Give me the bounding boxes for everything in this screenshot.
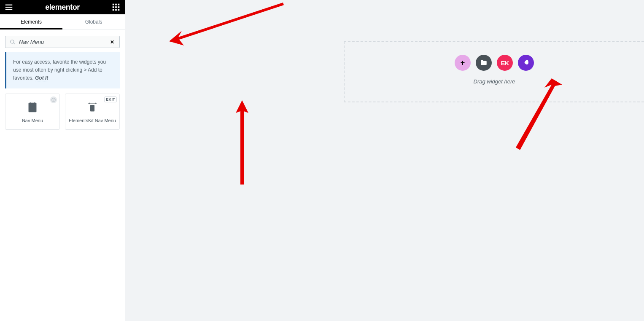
widget-panel: elementor Elements Globals ✕ For easy ac… [0,0,125,321]
svg-rect-13 [29,103,36,112]
widget-search-input[interactable] [19,39,106,45]
editor-canvas: + EK Drag widget here [125,0,644,321]
add-section-buttons: + EK [455,55,534,71]
svg-rect-2 [5,9,13,10]
search-icon [10,39,16,45]
svg-rect-7 [115,6,117,8]
folder-icon [480,59,488,67]
svg-rect-6 [113,6,114,8]
tip-text: For easy access, favorite the widgets yo… [13,59,106,81]
widget-grid: Nav Menu EKIT ElementsKit Nav Menu [0,94,125,130]
brand-logo: elementor [45,3,80,12]
svg-rect-0 [5,5,13,5]
envato-icon [522,59,530,67]
annotation-arrow-icon [169,0,287,45]
pro-badge-icon [50,96,57,103]
svg-rect-11 [118,9,120,11]
elementskit-button[interactable]: EK [497,55,513,71]
widget-nav-menu[interactable]: Nav Menu [5,94,60,130]
svg-rect-8 [118,6,120,8]
annotation-arrow-icon [236,100,248,185]
template-library-button[interactable] [476,55,492,71]
menu-icon[interactable] [4,3,13,12]
widget-label: Nav Menu [22,118,43,123]
svg-point-12 [52,98,55,101]
svg-rect-3 [113,4,114,5]
svg-rect-9 [113,9,114,11]
ekit-nav-menu-icon [86,102,98,113]
widget-ekit-nav-menu[interactable]: EKIT ElementsKit Nav Menu [65,94,120,130]
envato-button[interactable] [518,55,534,71]
tip-dismiss[interactable]: Got It [35,75,48,81]
svg-rect-4 [115,4,117,5]
nav-menu-icon [27,102,38,113]
search-wrap: ✕ [0,29,125,52]
panel-tabs: Elements Globals [0,14,125,29]
favorites-tip: For easy access, favorite the widgets yo… [5,52,120,88]
panel-header: elementor [0,0,125,14]
svg-marker-27 [169,3,284,45]
svg-rect-10 [115,9,117,11]
ekit-badge: EKIT [104,96,117,102]
apps-icon[interactable] [111,3,121,12]
clear-search-button[interactable]: ✕ [109,39,115,45]
tab-globals[interactable]: Globals [62,14,125,29]
widget-label: ElementsKit Nav Menu [69,118,116,123]
widget-dropzone[interactable]: + EK Drag widget here [344,41,644,102]
svg-rect-1 [5,7,13,8]
svg-marker-28 [236,100,248,185]
svg-rect-5 [118,4,120,5]
search-box: ✕ [5,36,120,48]
tab-elements[interactable]: Elements [0,14,62,29]
dropzone-text: Drag widget here [474,78,515,85]
add-section-button[interactable]: + [455,55,471,71]
